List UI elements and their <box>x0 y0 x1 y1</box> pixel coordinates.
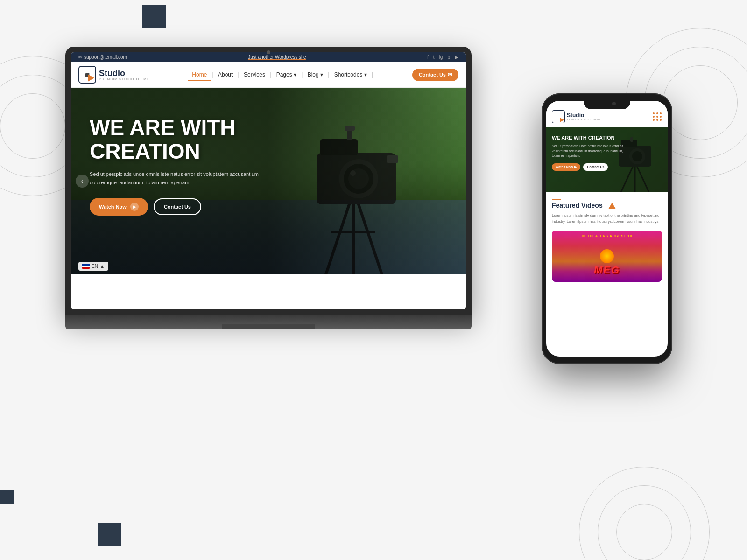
phone-screen: Studio PREMIUM STUDIO THEME <box>546 101 668 357</box>
decorative-square-1 <box>142 5 166 28</box>
nav-sep-5: | <box>328 71 330 78</box>
laptop-base <box>65 315 472 329</box>
laptop-body: ✉ support@.email.com Just another Wordpr… <box>65 47 472 315</box>
nav-links: Home | About | Services | Pages ▾ | Blog… <box>188 70 373 80</box>
phone-device: Studio PREMIUM STUDIO THEME <box>542 93 672 364</box>
phone-logo: Studio PREMIUM STUDIO THEME <box>552 110 601 123</box>
hero-title: WE ARE WITH CREATION <box>90 116 286 163</box>
phone-hero-buttons: Watch Now ▶ Contact Us <box>552 163 627 171</box>
site-logo: Studio PREMIUM STUDIO THEME <box>78 66 149 84</box>
hero-description: Sed ut perspiciatis unde omnis iste natu… <box>90 170 267 187</box>
nav-contact-button[interactable]: Contact Us ✉ <box>412 69 458 81</box>
phone-logo-icon <box>552 110 565 123</box>
phone-contact-us-button[interactable]: Contact Us <box>583 163 608 171</box>
facebook-icon[interactable]: f <box>427 55 429 60</box>
email-icon: ✉ <box>78 55 82 60</box>
movie-card[interactable]: IN THEATERS AUGUST 10 MEG <box>552 231 662 282</box>
nav-about[interactable]: About <box>214 70 236 80</box>
circle-decoration-8 <box>598 485 691 560</box>
watch-now-button[interactable]: Watch Now ▶ <box>90 198 148 216</box>
featured-accent-line <box>552 199 561 200</box>
chevron-up-icon: ▲ <box>100 264 105 269</box>
decorative-square-4 <box>0 490 14 504</box>
logo-icon <box>78 66 96 84</box>
decorative-square-2 <box>98 523 121 546</box>
phone-hero-content: WE ARE WITH CREATION Sed ut perspiciatis… <box>552 134 627 171</box>
hero-section: WE ARE WITH CREATION Sed ut perspiciatis… <box>71 88 466 274</box>
circle-decoration-6 <box>663 65 738 140</box>
phone-logo-play <box>560 118 564 122</box>
phone-watch-now-button[interactable]: Watch Now ▶ <box>552 163 580 171</box>
laptop-screen: ✉ support@.email.com Just another Wordpr… <box>71 52 466 309</box>
contact-us-button[interactable]: Contact Us <box>154 198 201 215</box>
language-selector[interactable]: EN ▲ <box>78 262 108 271</box>
youtube-icon[interactable]: ▶ <box>455 55 458 60</box>
phone-play-icon: ▶ <box>574 165 577 169</box>
nav-sep-6: | <box>372 71 374 78</box>
pinterest-icon[interactable]: p <box>447 55 450 60</box>
contact-icon: ✉ <box>448 72 452 78</box>
site-navigation: Studio PREMIUM STUDIO THEME Home | About… <box>71 62 466 88</box>
phone-logo-text: Studio PREMIUM STUDIO THEME <box>567 112 601 121</box>
laptop-camera <box>267 50 270 54</box>
hero-buttons: Watch Now ▶ Contact Us <box>90 198 286 216</box>
nav-pages[interactable]: Pages ▾ <box>273 70 300 80</box>
flag-icon <box>82 264 90 269</box>
nav-home[interactable]: Home <box>188 70 211 80</box>
topbar-email: ✉ support@.email.com <box>78 55 127 60</box>
circle-decoration-9 <box>616 504 672 560</box>
logo-play-icon <box>88 74 94 82</box>
movie-label: IN THEATERS AUGUST 10 <box>552 234 662 238</box>
nav-blog[interactable]: Blog ▾ <box>304 70 327 80</box>
instagram-icon[interactable]: ig <box>439 55 443 60</box>
nav-sep-2: | <box>237 71 239 78</box>
hero-prev-button[interactable]: ‹ <box>76 175 89 188</box>
featured-icon <box>608 203 616 209</box>
phone-hero: WE ARE WITH CREATION Sed ut perspiciatis… <box>546 127 668 192</box>
nav-sep-4: | <box>301 71 303 78</box>
phone-hero-title: WE ARE WITH CREATION <box>552 134 627 141</box>
movie-sun <box>600 249 614 263</box>
nav-services[interactable]: Services <box>240 70 269 80</box>
featured-description: Lorem Ipsum is simply dummy text of the … <box>552 213 662 225</box>
phone-notch <box>584 98 630 109</box>
phone-body: Studio PREMIUM STUDIO THEME <box>542 93 672 364</box>
topbar-tagline: Just another Wordpress site <box>248 55 306 60</box>
phone-hero-desc: Sed ut perspiciatis unde omnis iste natu… <box>552 144 627 159</box>
twitter-icon[interactable]: t <box>433 55 435 60</box>
phone-camera <box>612 102 616 105</box>
phone-featured-section: Featured Videos Lorem Ipsum is simply du… <box>546 192 668 288</box>
featured-title: Featured Videos <box>552 202 662 209</box>
nav-sep-3: | <box>270 71 272 78</box>
circle-decoration-3 <box>0 93 65 159</box>
nav-sep-1: | <box>211 71 213 78</box>
laptop-device: ✉ support@.email.com Just another Wordpr… <box>65 47 472 336</box>
nav-shortcodes[interactable]: Shortcodes ▾ <box>331 70 371 80</box>
play-circle-icon: ▶ <box>130 203 139 211</box>
hero-content: WE ARE WITH CREATION Sed ut perspiciatis… <box>90 116 286 216</box>
topbar-social-icons: f t ig p ▶ <box>427 55 458 60</box>
logo-text: Studio PREMIUM STUDIO THEME <box>99 69 149 81</box>
phone-menu-dots[interactable] <box>653 112 662 121</box>
circle-decoration-7 <box>579 467 710 560</box>
movie-title: MEG <box>552 264 662 276</box>
